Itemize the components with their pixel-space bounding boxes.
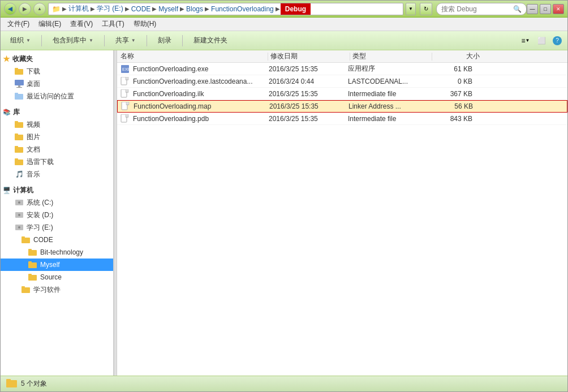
toolbar-include-library[interactable]: 包含到库中 ▼ <box>46 33 100 48</box>
computer-icon: 🖥️ <box>3 187 11 194</box>
sidebar-item-recent[interactable]: 最近访问的位置 <box>1 90 113 102</box>
sidebar-item-downloads[interactable]: 下载 <box>1 65 113 77</box>
file-name-1: FunctionOverloading.exe.lastcodeana... <box>133 77 269 85</box>
file-list-header: 名称 修改日期 类型 大小 <box>117 50 567 63</box>
svg-rect-22 <box>21 238 30 243</box>
documents-folder-icon <box>14 145 24 154</box>
search-input[interactable] <box>441 5 509 13</box>
search-icon[interactable]: 🔍 <box>513 5 522 13</box>
title-bar: ◀ ▶ ▲ 📁 ▶ 计算机 ▶ 学习 (E:) ▶ CODE ▶ Myself … <box>1 1 567 18</box>
col-header-size[interactable]: 大小 <box>434 51 480 61</box>
sidebar-item-drive-c-label: 系统 (C:) <box>27 198 53 208</box>
sidebar-favorites-header[interactable]: ★ 收藏夹 <box>1 53 113 65</box>
toolbar-new-folder[interactable]: 新建文件夹 <box>187 33 234 48</box>
sidebar-item-drive-c[interactable]: 系统 (C:) <box>1 196 113 209</box>
toolbar-sep-4 <box>182 35 183 46</box>
breadcrumb-blogs[interactable]: Blogs <box>185 5 204 13</box>
sidebar-item-desktop[interactable]: 桌面 <box>1 77 113 90</box>
sidebar-item-study-software[interactable]: 学习软件 <box>1 283 113 296</box>
breadcrumb-computer[interactable]: 计算机 <box>67 4 90 14</box>
up-button[interactable]: ▲ <box>33 3 46 15</box>
sidebar-computer-header[interactable]: 🖥️ 计算机 <box>1 184 113 196</box>
breadcrumb-code[interactable]: CODE <box>130 5 152 13</box>
file-icon-2 <box>121 89 131 98</box>
toolbar-organize[interactable]: 组织 ▼ <box>4 33 37 48</box>
svg-rect-3 <box>15 80 24 85</box>
svg-rect-25 <box>28 249 32 251</box>
table-row[interactable]: EXE FunctionOverloading.exe 2016/3/25 15… <box>117 63 567 75</box>
col-header-name[interactable]: 名称 <box>121 51 268 61</box>
forward-button[interactable]: ▶ <box>19 3 31 15</box>
breadcrumb-bar: 📁 ▶ 计算机 ▶ 学习 (E:) ▶ CODE ▶ Myself ▶ Blog… <box>48 3 403 15</box>
menu-file[interactable]: 文件(F) <box>3 18 34 31</box>
myself-folder-icon <box>28 260 38 269</box>
source-folder-icon <box>28 273 38 282</box>
svg-rect-35 <box>126 77 128 80</box>
menu-help[interactable]: 帮助(H) <box>129 18 161 31</box>
sidebar-item-pictures-label: 图片 <box>27 132 40 142</box>
sidebar-item-pictures[interactable]: 图片 <box>1 131 113 143</box>
table-row[interactable]: FunctionOverloading.ilk 2016/3/25 15:35 … <box>117 88 567 100</box>
back-button[interactable]: ◀ <box>4 3 16 15</box>
sidebar-item-drive-d[interactable]: 安装 (D:) <box>1 209 113 221</box>
minimize-button[interactable]: — <box>527 4 538 14</box>
breadcrumb-drive[interactable]: 学习 (E:) <box>96 4 124 14</box>
sidebar-item-thunder[interactable]: 迅雷下载 <box>1 156 113 168</box>
file-type-3: Linker Address ... <box>348 102 428 110</box>
sidebar-item-myself[interactable]: Myself <box>1 259 113 271</box>
breadcrumb-active[interactable]: Debug <box>281 3 311 15</box>
sidebar-item-source[interactable]: Source <box>1 271 113 283</box>
toolbar-burn[interactable]: 刻录 <box>152 33 178 48</box>
address-dropdown[interactable]: ▼ <box>406 3 416 15</box>
sidebar-item-documents-label: 文档 <box>27 145 40 154</box>
sidebar-item-music[interactable]: 🎵 音乐 <box>1 168 113 180</box>
breadcrumb-functionoverloading[interactable]: FunctionOverloading <box>210 5 275 13</box>
table-row[interactable]: FunctionOverloading.exe.lastcodeana... 2… <box>117 75 567 88</box>
title-bar-controls: — □ ✕ <box>527 4 564 14</box>
col-header-date[interactable]: 修改日期 <box>270 51 350 61</box>
svg-rect-9 <box>15 121 18 123</box>
code-folder-icon <box>21 235 31 244</box>
menu-tools[interactable]: 工具(T) <box>97 18 128 31</box>
file-size-4: 843 KB <box>427 115 472 123</box>
sidebar-item-study-software-label: 学习软件 <box>33 285 61 295</box>
library-icon: 📚 <box>3 109 11 116</box>
breadcrumb-myself[interactable]: Myself <box>157 5 179 13</box>
table-row[interactable]: FunctionOverloading.map 2016/3/25 15:35 … <box>117 100 567 113</box>
file-type-1: LASTCODEANAL... <box>348 77 427 85</box>
sidebar-item-documents[interactable]: 文档 <box>1 143 113 156</box>
preview-panel-btn[interactable]: ⬜ <box>535 34 548 48</box>
breadcrumb-root[interactable]: 📁 <box>51 5 62 13</box>
study-folder-icon <box>21 285 31 294</box>
view-toggle-btn[interactable]: ≡ ▼ <box>519 34 532 48</box>
file-name-4: FunctionOverloading.pdb <box>133 115 269 123</box>
col-header-type[interactable]: 类型 <box>352 51 432 61</box>
sidebar-library-header[interactable]: 📚 库 <box>1 106 113 118</box>
table-row[interactable]: FunctionOverloading.pdb 2016/3/25 15:35 … <box>117 113 567 125</box>
sidebar-item-drive-e[interactable]: 学习 (E:) <box>1 221 113 234</box>
svg-rect-23 <box>21 236 25 238</box>
menu-edit[interactable]: 编辑(E) <box>34 18 66 31</box>
title-bar-left: ◀ ▶ ▲ 📁 ▶ 计算机 ▶ 学习 (E:) ▶ CODE ▶ Myself … <box>4 3 527 15</box>
main-content: ★ 收藏夹 下载 桌面 最近访问的位置 <box>1 50 567 376</box>
svg-point-21 <box>18 226 20 229</box>
sidebar-item-code[interactable]: CODE <box>1 234 113 246</box>
menu-bar: 文件(F) 编辑(E) 查看(V) 工具(T) 帮助(H) <box>1 18 567 31</box>
sidebar-item-music-label: 音乐 <box>27 170 40 179</box>
sidebar-item-drive-e-label: 学习 (E:) <box>27 223 53 232</box>
file-name-2: FunctionOverloading.ilk <box>133 90 269 98</box>
close-button[interactable]: ✕ <box>553 4 564 14</box>
file-name-0: FunctionOverloading.exe <box>133 65 269 73</box>
svg-rect-15 <box>15 158 18 160</box>
file-size-2: 367 KB <box>427 90 472 98</box>
help-btn[interactable]: ? <box>550 34 564 48</box>
svg-rect-8 <box>15 122 23 128</box>
sidebar-item-video[interactable]: 视频 <box>1 118 113 131</box>
file-icon-3 <box>121 102 131 111</box>
file-size-1: 0 KB <box>427 77 472 85</box>
menu-view[interactable]: 查看(V) <box>66 18 97 31</box>
refresh-button[interactable]: ↻ <box>420 3 432 15</box>
toolbar-share[interactable]: 共享 ▼ <box>109 33 142 48</box>
sidebar-item-bit-technology[interactable]: Bit-technology <box>1 246 113 259</box>
maximize-button[interactable]: □ <box>540 4 551 14</box>
